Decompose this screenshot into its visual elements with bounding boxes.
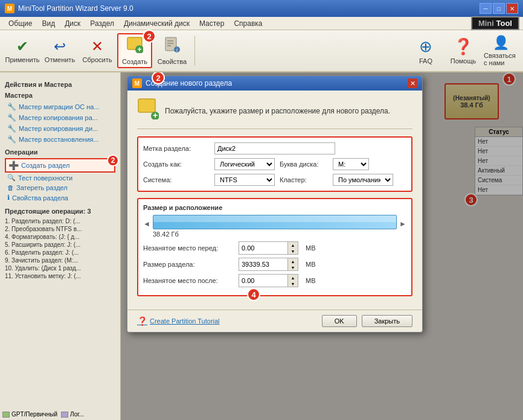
partition-size-label: Размер раздела: [143,261,234,268]
sidebar-item-migrate[interactable]: 🔧 Мастер миграции ОС на... [5,101,115,112]
title-bar: M MiniTool Partition Wizard Server 9.0 ─… [0,0,523,17]
svg-rect-5 [167,43,173,44]
size-section-title: Размер и расположение [143,204,406,211]
create-icon: + [126,36,143,57]
menu-view[interactable]: Вид [37,18,60,29]
unit-size: МB [306,261,316,268]
menu-help[interactable]: Справка [229,18,267,29]
spinbox-up-after[interactable]: ▲ [288,275,298,281]
spinbox-btns-size: ▲ ▼ [287,258,298,270]
create-button[interactable]: + Создать 2 [117,33,152,68]
toolbar: ✔ Применить ↩ Отменить ✕ Сбросить + Созд… [0,30,523,72]
content-area: (Незанятый) 38.4 Гб 1 Статус Нет Нет Нет… [121,72,523,420]
legend-gpt: GPT/Первичный [2,411,57,418]
dialog-footer: ❓ Create Partition Tutorial OK Закрыть [127,310,422,332]
minimize-button[interactable]: ─ [480,3,492,14]
legend-log-color [61,412,68,418]
wizard-icon-3: 🔧 [7,124,16,133]
undo-button[interactable]: ↩ Отменить [42,33,77,68]
create-partition-dialog: 2 M Создание нового раздела ✕ [127,75,423,332]
legend-log: Лог... [61,411,84,418]
menu-dynamic[interactable]: Динамический диск [119,18,194,29]
close-button[interactable]: ✕ [506,3,518,14]
pending-op-2[interactable]: 2. Преобразовать NTFS в... [5,225,115,233]
unallocated-after-input[interactable] [239,275,287,287]
maximize-button[interactable]: □ [493,3,505,14]
menu-wizard[interactable]: Мастер [194,18,229,29]
spinbox-down-after[interactable]: ▼ [288,281,298,287]
props-button[interactable]: i Свойства [155,33,190,68]
arrow-left-icon: ◄ [143,220,150,228]
spinbox-down-before[interactable]: ▼ [288,248,298,254]
sidebar-item-copy-disk2[interactable]: 🔧 Мастер копирования ди... [5,123,115,134]
menu-disk[interactable]: Диск [60,18,85,29]
partition-label-input[interactable] [214,142,335,154]
sidebar-item-partition-props[interactable]: ℹ Свойства раздела [5,192,115,203]
contact-button[interactable]: 👤 Связаться с нами [483,33,518,68]
apply-label: Применить [5,56,40,63]
sidebar-item-create[interactable]: ➕ Создать раздел 2 [5,158,115,173]
cluster-field-label: Кластер: [280,176,328,183]
op-erase-icon: 🗑 [7,184,14,191]
partition-size-input[interactable] [239,258,287,270]
discard-button[interactable]: ✕ Сбросить [80,33,115,68]
app-icon: M [5,4,14,13]
pending-op-5[interactable]: 6. Разделить раздел: J: (... [5,249,115,256]
legend: GPT/Первичный Лог... [2,411,84,418]
ops-title: Операции [5,148,115,156]
logo-mini: Mini [478,19,494,28]
spinbox-down-size[interactable]: ▼ [288,264,298,270]
pending-op-8[interactable]: 11. Установить метку: J: (... [5,272,115,280]
dialog-titlebar: M Создание нового раздела ✕ [127,76,422,91]
pending-op-3[interactable]: 4. Форматировать: (J: { д... [5,233,115,241]
ok-button[interactable]: OK [322,315,357,327]
sidebar-item-test[interactable]: 🔍 Тест поверхности [5,173,115,183]
dialog-header-text: Пожалуйста, укажите размер и расположени… [165,107,390,115]
discard-icon: ✕ [91,38,103,55]
svg-text:+: + [153,110,158,119]
unit-before: МB [306,244,316,252]
pending-op-1[interactable]: 1. Разделить раздел: D: (... [5,217,115,225]
spinbox-up-size[interactable]: ▲ [288,258,298,264]
contact-icon: 👤 [493,35,509,51]
filesystem-select[interactable]: NTFS [214,174,275,186]
question-icon: ❓ [137,316,147,326]
menu-partition[interactable]: Раздел [85,18,119,29]
faq-label: FAQ [419,57,432,65]
pending-title: Предстоящие операции: 3 [5,208,115,215]
pending-ops: Предстоящие операции: 3 1. Разделить раз… [5,208,115,280]
props-icon: i [164,36,181,57]
sidebar-item-restore[interactable]: 🔧 Мастер восстановления... [5,134,115,145]
wizard-icon-1: 🔧 [7,103,16,111]
dialog-form-section: Метка раздела: Создать как: Логический Б… [137,136,412,192]
dialog-buttons: OK Закрыть [322,315,412,327]
dialog-close-button[interactable]: Закрыть [362,315,412,327]
create-label: Создать [122,58,147,65]
unallocated-before-input[interactable] [239,242,287,254]
undo-icon: ↩ [54,38,66,55]
form-row-system: Система: NTFS Кластер: По умолчанию [143,174,406,186]
tutorial-link-text: Create Partition Tutorial [150,317,220,325]
pending-op-4[interactable]: 5. Расширить раздел: J: (... [5,241,115,249]
op-add-icon: ➕ [8,161,19,170]
dialog-close-btn[interactable]: ✕ [408,78,417,88]
apply-icon: ✔ [16,38,28,55]
spinbox-btns-before: ▲ ▼ [287,242,298,254]
partition-bar[interactable] [153,215,397,229]
unallocated-after-spinbox: ▲ ▼ [239,274,298,287]
help-button[interactable]: ❓ Помощь [446,33,481,68]
sidebar-item-erase[interactable]: 🗑 Затереть раздел [5,183,115,192]
tutorial-link[interactable]: ❓ Create Partition Tutorial [137,316,220,326]
spinbox-up-before[interactable]: ▲ [288,242,298,248]
faq-button[interactable]: ⊕ FAQ [408,33,443,68]
badge-create: 2 [143,30,156,43]
drive-letter-select[interactable]: М: [333,158,369,170]
pending-op-6[interactable]: 9. Зачистить раздел: (М:... [5,256,115,264]
badge-sidebar: 2 [107,154,119,167]
apply-button[interactable]: ✔ Применить [5,33,40,68]
menu-general[interactable]: Общие [4,18,37,29]
create-as-select[interactable]: Логический [214,158,275,170]
sidebar-item-copy-disk[interactable]: 🔧 Мастер копирования ра... [5,112,115,123]
cluster-select[interactable]: По умолчанию [333,174,393,186]
pending-op-7[interactable]: 10. Удалить: (Диск 1 разд... [5,264,115,272]
